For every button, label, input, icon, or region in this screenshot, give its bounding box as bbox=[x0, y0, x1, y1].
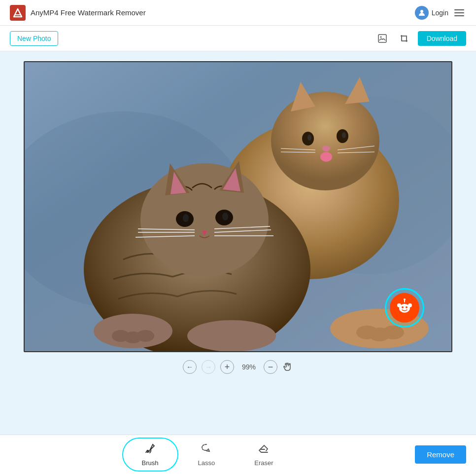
menu-line bbox=[454, 12, 464, 13]
toolbar: New Photo Download bbox=[0, 26, 476, 51]
svg-rect-0 bbox=[10, 5, 26, 21]
zoom-controls: ← → + 99% − bbox=[183, 360, 293, 374]
svg-point-58 bbox=[404, 298, 406, 300]
svg-point-56 bbox=[408, 303, 412, 307]
svg-rect-4 bbox=[378, 35, 386, 42]
image-canvas[interactable] bbox=[24, 61, 452, 352]
svg-point-12 bbox=[271, 92, 379, 190]
tool-group: Brush Lasso Eraser bbox=[0, 438, 415, 472]
new-photo-button[interactable]: New Photo bbox=[10, 31, 58, 46]
crop-icon bbox=[399, 33, 409, 44]
toolbar-left: New Photo bbox=[10, 31, 58, 46]
hand-tool-button[interactable] bbox=[282, 362, 293, 372]
lasso-icon bbox=[201, 442, 212, 457]
svg-point-53 bbox=[402, 306, 404, 308]
brush-icon bbox=[144, 442, 156, 457]
watermark-selection bbox=[385, 288, 424, 328]
user-icon bbox=[415, 6, 429, 20]
crop-button[interactable] bbox=[396, 31, 412, 46]
remove-button[interactable]: Remove bbox=[415, 445, 466, 464]
svg-point-43 bbox=[187, 320, 276, 352]
download-button[interactable]: Download bbox=[418, 31, 466, 46]
eraser-label: Eraser bbox=[254, 459, 273, 467]
zoom-level: 99% bbox=[239, 363, 259, 371]
svg-point-34 bbox=[222, 213, 228, 220]
menu-button[interactable] bbox=[452, 7, 466, 18]
reddit-icon bbox=[390, 293, 419, 323]
svg-rect-6 bbox=[402, 36, 407, 41]
lasso-label: Lasso bbox=[198, 459, 215, 467]
svg-point-54 bbox=[406, 306, 408, 308]
lasso-tool[interactable]: Lasso bbox=[178, 438, 235, 472]
svg-point-26 bbox=[140, 163, 269, 277]
svg-point-3 bbox=[420, 10, 423, 13]
app-name: AnyMP4 Free Watermark Remover bbox=[31, 8, 146, 17]
eraser-icon bbox=[258, 442, 270, 457]
header: AnyMP4 Free Watermark Remover Login bbox=[0, 0, 476, 26]
header-right: Login bbox=[415, 6, 466, 20]
svg-point-17 bbox=[307, 135, 311, 141]
header-left: AnyMP4 Free Watermark Remover bbox=[10, 5, 146, 21]
svg-point-50 bbox=[382, 326, 404, 339]
svg-point-5 bbox=[380, 36, 381, 37]
login-button[interactable]: Login bbox=[415, 6, 448, 20]
toolbar-right: Download bbox=[374, 31, 466, 46]
zoom-next-button[interactable]: → bbox=[202, 360, 215, 374]
login-label: Login bbox=[432, 9, 448, 17]
svg-point-18 bbox=[342, 132, 346, 138]
menu-line bbox=[454, 15, 464, 16]
zoom-out-button[interactable]: − bbox=[264, 360, 277, 374]
menu-line bbox=[454, 9, 464, 10]
main-content: ← → + 99% − bbox=[0, 51, 476, 435]
brush-tool[interactable]: Brush bbox=[122, 438, 178, 472]
sticker-icon bbox=[377, 33, 388, 44]
svg-point-46 bbox=[136, 330, 154, 342]
svg-point-33 bbox=[183, 214, 189, 222]
svg-point-24 bbox=[320, 152, 332, 162]
hand-icon bbox=[282, 362, 293, 372]
sticker-button[interactable] bbox=[374, 31, 390, 46]
bottom-toolbar: Brush Lasso Eraser Remove bbox=[0, 435, 476, 474]
svg-point-19 bbox=[322, 146, 330, 151]
brush-label: Brush bbox=[142, 459, 159, 467]
svg-point-55 bbox=[397, 303, 401, 307]
anymp4-logo bbox=[10, 5, 26, 21]
zoom-prev-button[interactable]: ← bbox=[183, 360, 197, 374]
zoom-in-button[interactable]: + bbox=[220, 360, 234, 374]
eraser-tool[interactable]: Eraser bbox=[235, 438, 293, 472]
